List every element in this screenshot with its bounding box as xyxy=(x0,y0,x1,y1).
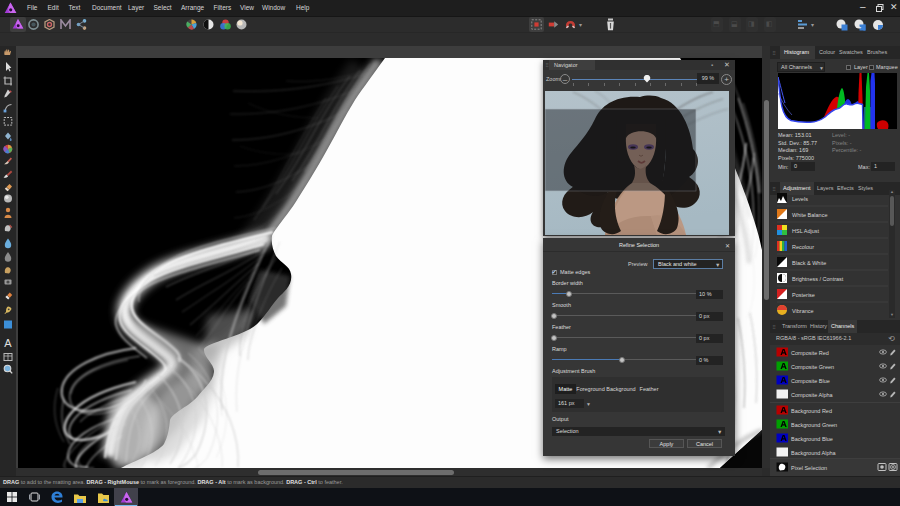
svg-text:Background Green: Background Green xyxy=(791,422,837,428)
svg-text:Background Red: Background Red xyxy=(791,408,832,414)
svg-text:Composite Green: Composite Green xyxy=(791,364,834,370)
svg-text:Composite Blue: Composite Blue xyxy=(791,378,830,384)
svg-text:Recolour: Recolour xyxy=(792,244,814,250)
svg-text:HSL Adjust: HSL Adjust xyxy=(792,228,819,234)
svg-text:Background Alpha: Background Alpha xyxy=(791,450,837,456)
svg-text:Levels: Levels xyxy=(792,196,808,202)
svg-text:Black & White: Black & White xyxy=(792,260,826,266)
svg-text:Pixel Selection: Pixel Selection xyxy=(791,465,827,471)
svg-text:Composite Red: Composite Red xyxy=(791,350,829,356)
svg-text:Posterise: Posterise xyxy=(792,292,815,298)
svg-text:White Balance: White Balance xyxy=(792,212,827,218)
svg-text:Background Blue: Background Blue xyxy=(791,436,833,442)
svg-text:A: A xyxy=(4,337,12,349)
svg-text:Brightness / Contrast: Brightness / Contrast xyxy=(792,276,844,282)
svg-text:Vibrance: Vibrance xyxy=(792,308,814,314)
svg-text:Composite Alpha: Composite Alpha xyxy=(791,392,834,398)
